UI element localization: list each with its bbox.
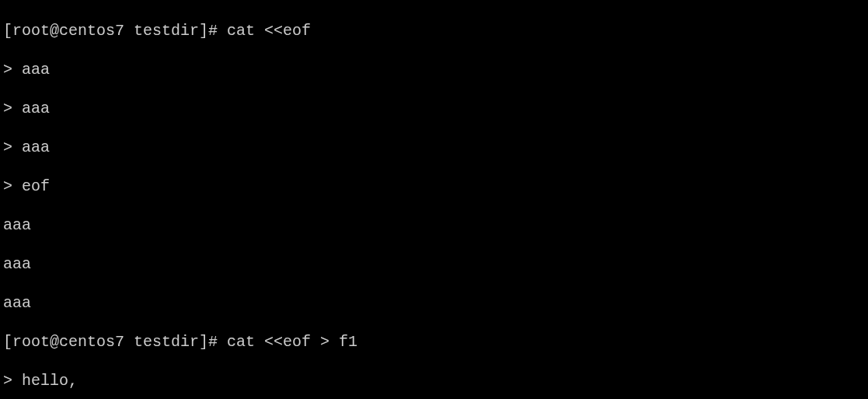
terminal-line: aaa	[3, 254, 865, 274]
terminal-line: > hello,	[3, 371, 865, 390]
terminal-line: > eof	[3, 177, 865, 196]
terminal-line: > aaa	[3, 138, 865, 157]
terminal-output[interactable]: [root@centos7 testdir]# cat <<eof > aaa …	[3, 2, 865, 399]
terminal-line: aaa	[3, 215, 865, 235]
terminal-line: > aaa	[3, 99, 865, 118]
terminal-line: [root@centos7 testdir]# cat <<eof	[3, 21, 865, 40]
terminal-line: [root@centos7 testdir]# cat <<eof > f1	[3, 332, 865, 352]
terminal-line: aaa	[3, 293, 865, 313]
terminal-line: > aaa	[3, 60, 865, 79]
